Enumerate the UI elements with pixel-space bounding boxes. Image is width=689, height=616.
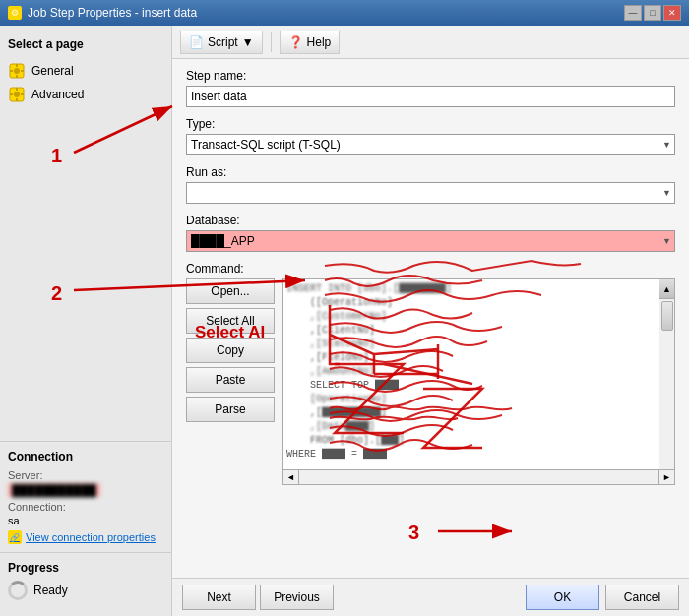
bottom-toolbar: Next Previous OK Cancel	[172, 578, 689, 616]
database-label: Database:	[186, 214, 675, 227]
scroll-up-arrow[interactable]: ▲	[659, 279, 674, 299]
progress-header: Progress	[8, 561, 163, 575]
step-name-label: Step name:	[186, 69, 675, 83]
step-name-input[interactable]	[186, 86, 675, 107]
server-value: ███████████	[8, 483, 100, 497]
maximize-button[interactable]: □	[644, 5, 661, 21]
command-text-container: INSERT INTO [dbo].[████████] ([Operation…	[282, 278, 675, 485]
copy-button[interactable]: Copy	[186, 338, 275, 363]
run-as-row: Run as:	[186, 165, 675, 204]
svg-rect-2	[16, 64, 18, 67]
help-icon: ❓	[288, 35, 303, 49]
nav-buttons: Next Previous	[182, 585, 334, 610]
next-button[interactable]: Next	[182, 585, 256, 610]
progress-status-text: Ready	[33, 584, 68, 597]
connection-label-text: Connection:	[8, 501, 163, 513]
run-as-select-wrapper	[186, 182, 675, 204]
main-container: Select a page General	[0, 26, 689, 616]
toolbar-separator	[271, 32, 272, 52]
help-label: Help	[307, 35, 332, 49]
sidebar-item-general-label: General	[31, 64, 74, 78]
svg-rect-4	[10, 70, 13, 72]
previous-button[interactable]: Previous	[260, 585, 334, 610]
script-button[interactable]: 📄 Script ▼	[180, 31, 263, 54]
command-label: Command:	[186, 262, 675, 276]
paste-button[interactable]: Paste	[186, 367, 275, 393]
close-button[interactable]: ✕	[663, 5, 681, 21]
server-label: Server:	[8, 469, 163, 481]
parse-button[interactable]: Parse	[186, 397, 275, 422]
title-bar: ⚙ Job Step Properties - insert data — □ …	[0, 0, 689, 26]
script-icon: 📄	[189, 35, 204, 49]
link-icon: 🔗	[8, 530, 22, 544]
sidebar-item-advanced-label: Advanced	[31, 88, 84, 101]
script-dropdown-icon: ▼	[242, 35, 254, 49]
general-icon	[8, 62, 26, 80]
svg-point-7	[14, 92, 20, 97]
window-title: Job Step Properties - insert data	[28, 6, 197, 20]
ok-button[interactable]: OK	[526, 585, 599, 610]
select-all-button[interactable]: Select All	[186, 308, 275, 334]
window-icon: ⚙	[8, 6, 22, 20]
connection-link-label: View connection properties	[26, 531, 156, 543]
progress-spinner	[8, 581, 28, 600]
type-label: Type:	[186, 117, 675, 131]
scroll-thumb[interactable]	[661, 301, 673, 331]
sidebar-item-general[interactable]: General	[0, 59, 171, 83]
command-row: Command: Open... Select All Copy Paste P…	[186, 262, 675, 485]
database-select[interactable]: ████_APP	[186, 230, 675, 252]
command-section: Open... Select All Copy Paste Parse INSE…	[186, 278, 675, 485]
svg-rect-11	[21, 93, 24, 95]
script-label: Script	[208, 35, 238, 49]
type-row: Type: Transact-SQL script (T-SQL) PowerS…	[186, 117, 675, 155]
sql-code-area[interactable]: INSERT INTO [dbo].[████████] ([Operation…	[282, 278, 675, 470]
svg-rect-10	[10, 93, 13, 95]
connection-value: sa	[8, 515, 163, 526]
help-button[interactable]: ❓ Help	[280, 31, 341, 54]
svg-rect-8	[16, 88, 18, 91]
command-buttons-panel: Open... Select All Copy Paste Parse	[186, 278, 275, 485]
svg-rect-9	[16, 98, 18, 101]
view-connection-properties-link[interactable]: 🔗 View connection properties	[8, 530, 163, 544]
left-panel: Select a page General	[0, 26, 172, 616]
scroll-right-arrow[interactable]: ►	[658, 470, 674, 484]
content-area: Step name: Type: Transact-SQL script (T-…	[172, 59, 689, 578]
scrollbar[interactable]: ▲	[659, 278, 675, 470]
svg-rect-5	[21, 70, 24, 72]
horizontal-scrollbar[interactable]: ◄ ►	[282, 469, 675, 485]
window-controls[interactable]: — □ ✕	[624, 5, 681, 21]
progress-status-row: Ready	[8, 581, 163, 600]
sidebar-item-advanced[interactable]: Advanced	[0, 83, 171, 106]
type-select[interactable]: Transact-SQL script (T-SQL) PowerShell A…	[186, 134, 675, 155]
right-panel: 📄 Script ▼ ❓ Help Step name:	[172, 26, 689, 616]
type-select-wrapper: Transact-SQL script (T-SQL) PowerShell A…	[186, 134, 675, 155]
advanced-icon	[8, 86, 26, 103]
connection-section: Connection Server: ███████████ Connectio…	[0, 441, 171, 552]
cancel-button[interactable]: Cancel	[605, 585, 679, 610]
open-button[interactable]: Open...	[186, 278, 275, 304]
run-as-select[interactable]	[186, 182, 675, 204]
run-as-label: Run as:	[186, 165, 675, 179]
database-row: Database: ████_APP	[186, 214, 675, 252]
select-page-header: Select a page	[0, 33, 171, 59]
svg-rect-3	[16, 75, 18, 78]
step-name-row: Step name:	[186, 69, 675, 107]
scroll-left-arrow[interactable]: ◄	[283, 470, 299, 484]
toolbar: 📄 Script ▼ ❓ Help	[172, 26, 689, 59]
svg-point-1	[14, 68, 20, 74]
progress-section: Progress Ready	[0, 552, 171, 608]
connection-header: Connection	[8, 450, 163, 463]
database-select-wrapper: ████_APP	[186, 230, 675, 252]
minimize-button[interactable]: —	[624, 5, 642, 21]
